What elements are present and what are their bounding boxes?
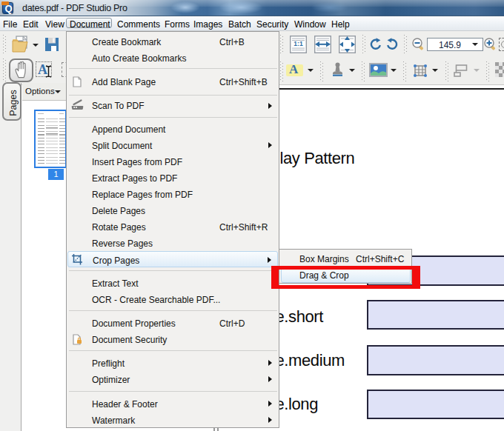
svg-text:1:1: 1:1 <box>294 40 303 47</box>
